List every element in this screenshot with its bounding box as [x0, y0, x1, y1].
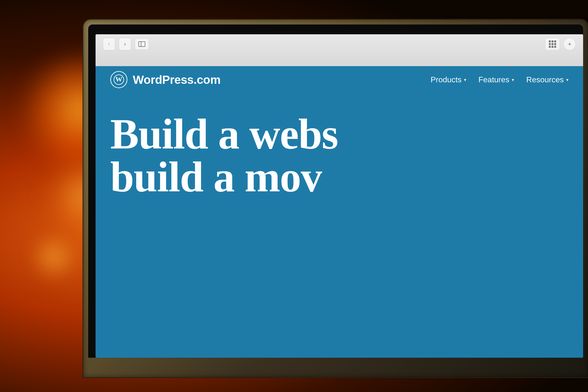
hero-line-1: Build a webs [110, 113, 568, 156]
plus-icon: + [568, 41, 571, 48]
browser-toolbar: ‹ › [96, 34, 583, 54]
sidebar-toggle-icon [138, 42, 145, 47]
hero-section: Build a webs build a mov [96, 93, 583, 198]
grid-dot [552, 40, 554, 42]
browser-chrome: ‹ › [96, 34, 583, 66]
laptop-device: ‹ › [83, 20, 588, 392]
grid-dot [549, 46, 551, 48]
hero-line-2: build a mov [110, 156, 568, 198]
laptop-bezel: ‹ › [83, 20, 588, 377]
back-button[interactable]: ‹ [103, 38, 115, 50]
nav-features-label: Features [478, 75, 509, 84]
nav-item-products[interactable]: Products ▾ [430, 75, 466, 84]
forward-button[interactable]: › [119, 38, 131, 50]
svg-text:W: W [116, 76, 122, 83]
screen: ‹ › [96, 34, 583, 358]
nav-item-features[interactable]: Features ▾ [478, 75, 514, 84]
features-dropdown-icon: ▾ [512, 77, 514, 82]
nav-products-label: Products [430, 75, 461, 84]
forward-icon: › [124, 41, 126, 47]
back-icon: ‹ [108, 41, 110, 47]
laptop-inner-bezel: ‹ › [88, 24, 583, 358]
products-dropdown-icon: ▾ [464, 77, 466, 82]
grid-dot [554, 46, 556, 48]
site-navigation: W WordPress.com Products ▾ Features [96, 66, 583, 93]
nav-resources-label: Resources [526, 75, 564, 84]
grid-dot [549, 40, 551, 42]
sidebar-toggle-button[interactable] [135, 38, 149, 50]
hero-title: Build a webs build a mov [110, 113, 568, 198]
nav-item-resources[interactable]: Resources ▾ [526, 75, 568, 84]
bokeh-light-3 [30, 233, 78, 282]
grid-dot [552, 46, 554, 48]
grid-dot [552, 43, 554, 45]
grid-icon [549, 40, 556, 48]
extensions-button[interactable] [545, 38, 560, 50]
resources-dropdown-icon: ▾ [566, 77, 568, 82]
website-content: W WordPress.com Products ▾ Features [96, 66, 583, 358]
site-name: WordPress.com [133, 73, 220, 86]
wordpress-logo-area[interactable]: W WordPress.com [110, 71, 220, 88]
wordpress-logo-icon: W [110, 71, 128, 88]
grid-dot [549, 43, 551, 45]
grid-dot [554, 40, 556, 42]
new-tab-button[interactable]: + [564, 38, 576, 50]
grid-dot [554, 43, 556, 45]
